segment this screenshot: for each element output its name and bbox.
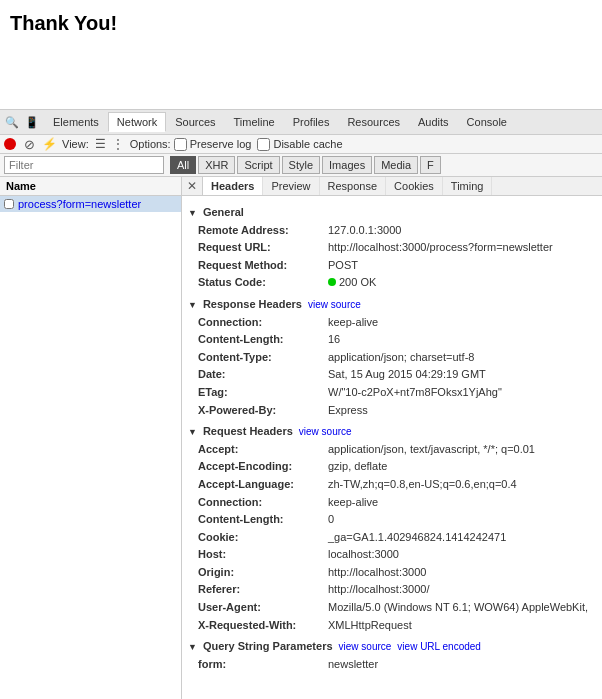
tab-sources[interactable]: Sources — [166, 112, 224, 132]
filter-bar: All XHR Script Style Images Media F — [0, 154, 602, 177]
reqh-val-10: XMLHttpRequest — [328, 617, 412, 635]
query-params-view-source[interactable]: view source — [339, 639, 392, 655]
list-view-icon[interactable]: ☰ — [95, 137, 106, 151]
preserve-log-option[interactable]: Options: Preserve log — [130, 138, 252, 151]
request-method-val: POST — [328, 257, 358, 275]
reqh-row-0: Accept: application/json, text/javascrip… — [188, 441, 596, 459]
tab-elements[interactable]: Elements — [44, 112, 108, 132]
remote-address-val: 127.0.0.1:3000 — [328, 222, 401, 240]
response-headers-view-source[interactable]: view source — [308, 297, 361, 313]
filter-images[interactable]: Images — [322, 156, 372, 174]
file-list: Name process?form=newsletter — [0, 177, 182, 699]
preserve-log-label: Preserve log — [190, 138, 252, 150]
reqh-key-5: Cookie: — [198, 529, 328, 547]
reqh-key-2: Accept-Language: — [198, 476, 328, 494]
reqh-val-9: Mozilla/5.0 (Windows NT 6.1; WOW64) Appl… — [328, 599, 588, 617]
reqh-key-4: Content-Length: — [198, 511, 328, 529]
page-title: Thank You! — [10, 12, 592, 35]
request-headers-section-header: Request Headers view source — [188, 423, 596, 441]
file-item-name[interactable]: process?form=newsletter — [18, 198, 141, 210]
mobile-icon[interactable]: 📱 — [24, 114, 40, 130]
tab-response[interactable]: Response — [320, 177, 387, 195]
file-item-checkbox[interactable] — [4, 199, 14, 209]
rh-val-2: application/json; charset=utf-8 — [328, 349, 474, 367]
request-method-key: Request Method: — [198, 257, 328, 275]
details-content: General Remote Address: 127.0.0.1:3000 R… — [182, 196, 602, 677]
tab-cookies[interactable]: Cookies — [386, 177, 443, 195]
rh-val-0: keep-alive — [328, 314, 378, 332]
rh-key-0: Connection: — [198, 314, 328, 332]
tab-audits[interactable]: Audits — [409, 112, 458, 132]
reqh-val-0: application/json, text/javascript, */*; … — [328, 441, 535, 459]
reqh-key-8: Referer: — [198, 581, 328, 599]
filter-more[interactable]: F — [420, 156, 441, 174]
disable-cache-option[interactable]: Disable cache — [257, 138, 342, 151]
filter-button[interactable]: ⚡ — [42, 137, 56, 151]
tab-console[interactable]: Console — [458, 112, 516, 132]
query-params-section-header: Query String Parameters view source view… — [188, 638, 596, 656]
filter-xhr[interactable]: XHR — [198, 156, 235, 174]
detail-row-remote-address: Remote Address: 127.0.0.1:3000 — [188, 222, 596, 240]
query-params-view-url-encoded[interactable]: view URL encoded — [397, 639, 481, 655]
reqh-val-7: http://localhost:3000 — [328, 564, 426, 582]
rh-row-date: Date: Sat, 15 Aug 2015 04:29:19 GMT — [188, 366, 596, 384]
close-button[interactable]: ✕ — [182, 177, 203, 195]
general-section-header: General — [188, 204, 596, 222]
reqh-key-6: Host: — [198, 546, 328, 564]
reqh-row-2: Accept-Language: zh-TW,zh;q=0.8,en-US;q=… — [188, 476, 596, 494]
reqh-row-6: Host: localhost:3000 — [188, 546, 596, 564]
devtools-panel: 🔍 📱 Elements Network Sources Timeline Pr… — [0, 110, 602, 699]
rh-row-etag: ETag: W/"10-c2PoX+nt7m8FOksx1YjAhg" — [188, 384, 596, 402]
filter-style[interactable]: Style — [282, 156, 320, 174]
preserve-log-checkbox[interactable] — [174, 138, 187, 151]
filter-script[interactable]: Script — [237, 156, 279, 174]
search-icon[interactable]: 🔍 — [4, 114, 20, 130]
record-button[interactable] — [4, 138, 16, 150]
status-dot — [328, 278, 336, 286]
reqh-row-5: Cookie: _ga=GA1.1.402946824.1414242471 — [188, 529, 596, 547]
status-code-val: 200 OK — [339, 274, 376, 292]
clear-button[interactable]: ⊘ — [22, 137, 36, 151]
filter-media[interactable]: Media — [374, 156, 418, 174]
rh-key-2: Content-Type: — [198, 349, 328, 367]
reqh-row-9: User-Agent: Mozilla/5.0 (Windows NT 6.1;… — [188, 599, 596, 617]
qp-row-0: form: newsletter — [188, 656, 596, 674]
reqh-val-5: _ga=GA1.1.402946824.1414242471 — [328, 529, 506, 547]
tab-preview[interactable]: Preview — [263, 177, 319, 195]
tree-view-icon[interactable]: ⋮ — [112, 137, 124, 151]
list-item[interactable]: process?form=newsletter — [0, 196, 181, 212]
devtools-tabs: Elements Network Sources Timeline Profil… — [44, 112, 516, 132]
request-headers-view-source[interactable]: view source — [299, 424, 352, 440]
disable-cache-checkbox[interactable] — [257, 138, 270, 151]
reqh-row-7: Origin: http://localhost:3000 — [188, 564, 596, 582]
rh-val-3: Sat, 15 Aug 2015 04:29:19 GMT — [328, 366, 486, 384]
reqh-row-4: Content-Length: 0 — [188, 511, 596, 529]
qp-val-0: newsletter — [328, 656, 378, 674]
page-content: Thank You! — [0, 0, 602, 110]
detail-row-request-method: Request Method: POST — [188, 257, 596, 275]
qp-key-0: form: — [198, 656, 328, 674]
options-label: Options: — [130, 138, 171, 150]
rh-val-1: 16 — [328, 331, 340, 349]
rh-row-content-type: Content-Type: application/json; charset=… — [188, 349, 596, 367]
filter-type-tabs: All XHR Script Style Images Media F — [170, 156, 441, 174]
reqh-row-1: Accept-Encoding: gzip, deflate — [188, 458, 596, 476]
reqh-val-3: keep-alive — [328, 494, 378, 512]
tab-timeline[interactable]: Timeline — [225, 112, 284, 132]
rh-val-4: W/"10-c2PoX+nt7m8FOksx1YjAhg" — [328, 384, 502, 402]
filter-input[interactable] — [4, 156, 164, 174]
filter-all[interactable]: All — [170, 156, 196, 174]
tab-timing[interactable]: Timing — [443, 177, 493, 195]
tab-network[interactable]: Network — [108, 112, 166, 132]
reqh-val-1: gzip, deflate — [328, 458, 387, 476]
file-list-header: Name — [0, 177, 181, 196]
reqh-key-0: Accept: — [198, 441, 328, 459]
reqh-val-6: localhost:3000 — [328, 546, 399, 564]
tab-resources[interactable]: Resources — [338, 112, 409, 132]
tab-profiles[interactable]: Profiles — [284, 112, 339, 132]
tab-headers[interactable]: Headers — [203, 177, 263, 195]
rh-row-content-length: Content-Length: 16 — [188, 331, 596, 349]
reqh-row-10: X-Requested-With: XMLHttpRequest — [188, 617, 596, 635]
rh-key-5: X-Powered-By: — [198, 402, 328, 420]
reqh-key-3: Connection: — [198, 494, 328, 512]
